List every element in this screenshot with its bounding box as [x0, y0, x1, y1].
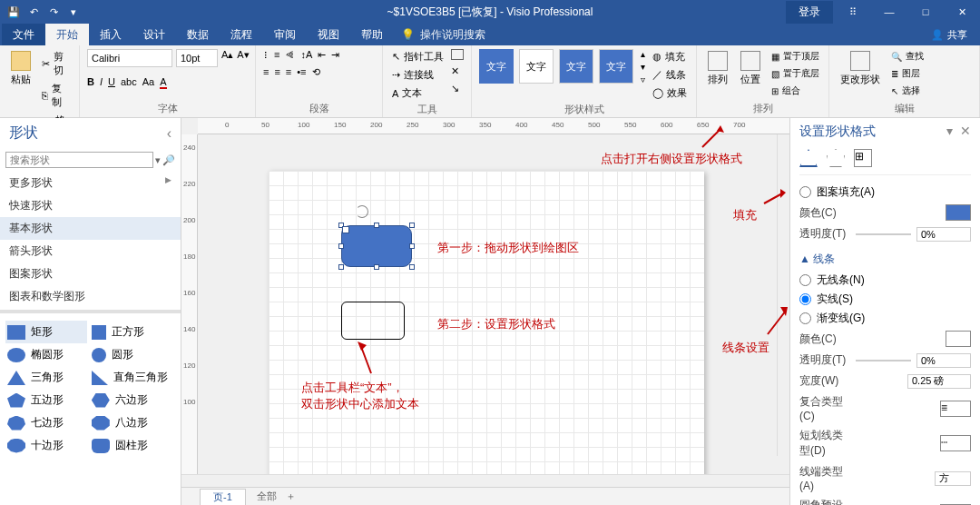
solid-line-radio[interactable]: 实线(S) — [799, 290, 971, 309]
strike-button[interactable]: abc — [121, 76, 137, 89]
position-button[interactable]: 位置 — [737, 49, 764, 88]
fill-button[interactable]: ◍填充 — [651, 49, 689, 64]
scrollbar-vertical[interactable] — [777, 134, 789, 456]
ribbon-options-icon[interactable]: ⠿ — [835, 0, 871, 24]
page-paper[interactable]: 第一步：拖动形状到绘图区 第二步：设置形状格式 点击工具栏“文本”， 双击形状中… — [269, 171, 704, 474]
shape-octagon[interactable]: 八边形 — [90, 411, 172, 434]
cap-type-dropdown[interactable] — [935, 471, 971, 486]
font-size-select[interactable] — [176, 49, 218, 67]
tab-home[interactable]: 开始 — [45, 24, 89, 45]
fill-line-tab-icon[interactable] — [799, 149, 818, 167]
fill-color-swatch[interactable] — [946, 204, 971, 221]
send-back-button[interactable]: ▧置于底层 — [769, 66, 821, 81]
line-color-swatch[interactable] — [946, 331, 971, 347]
drawing-surface[interactable]: 第一步：拖动形状到绘图区 第二步：设置形状格式 点击工具栏“文本”， 双击形状中… — [198, 134, 789, 474]
bullets-icon[interactable]: •≡ — [297, 66, 306, 78]
indent-inc-icon[interactable]: ⇥ — [331, 49, 339, 61]
find-button[interactable]: 🔍查找 — [889, 49, 926, 64]
pattern-fill-radio[interactable]: 图案填充(A) — [799, 183, 971, 202]
rotate-text-icon[interactable]: ⟲ — [312, 66, 320, 78]
tab-review[interactable]: 审阅 — [263, 24, 307, 45]
transparency-input[interactable] — [916, 227, 971, 242]
cat-pattern-shapes[interactable]: 图案形状 — [0, 262, 181, 285]
tab-data[interactable]: 数据 — [176, 24, 220, 45]
selected-shape[interactable] — [341, 225, 412, 267]
shape-square[interactable]: 正方形 — [90, 321, 172, 343]
shape-ellipse[interactable]: 椭圆形 — [5, 343, 87, 366]
dash-type-dropdown[interactable]: ┄ — [940, 435, 971, 451]
freeform-tool-icon[interactable]: ✕ — [451, 65, 464, 77]
align-top-icon[interactable]: ⫶ — [263, 49, 269, 61]
minimize-button[interactable]: — — [871, 0, 907, 24]
shape-right-triangle[interactable]: 直角三角形 — [90, 366, 172, 389]
copy-button[interactable]: ⎘复制 — [40, 81, 72, 110]
underline-button[interactable]: U — [108, 76, 115, 89]
share-button[interactable]: 👤 共享 — [918, 24, 980, 45]
italic-button[interactable]: I — [100, 76, 103, 89]
page-tab-1[interactable]: 页-1 — [200, 489, 246, 505]
align-bottom-icon[interactable]: ⫷ — [285, 49, 295, 61]
rectangle-shape[interactable] — [341, 302, 405, 340]
maximize-button[interactable]: □ — [907, 0, 944, 24]
shape-cylinder[interactable]: 圆柱形 — [90, 434, 172, 457]
tab-process[interactable]: 流程 — [220, 24, 263, 45]
login-button[interactable]: 登录 — [786, 1, 833, 24]
cut-button[interactable]: ✂剪切 — [40, 49, 72, 78]
save-icon[interactable]: 💾 — [7, 5, 20, 18]
align-center-icon[interactable]: ≡ — [274, 66, 279, 78]
cat-more-shapes[interactable]: 更多形状▶ — [0, 172, 181, 194]
all-pages-button[interactable]: 全部 — [257, 490, 277, 503]
connector-tool-button[interactable]: ⇢连接线 — [390, 67, 446, 83]
select-button[interactable]: ↖选择 — [889, 84, 926, 98]
line-button[interactable]: ／线条 — [651, 67, 689, 83]
text-tool-button[interactable]: A文本 — [390, 85, 446, 101]
shape-rectangle[interactable]: 矩形 — [5, 321, 87, 343]
text-direction-icon[interactable]: ↕A — [300, 49, 312, 61]
search-dropdown-icon[interactable]: ▾ — [155, 154, 161, 166]
tools-launcher-icon[interactable]: ↘ — [451, 83, 464, 94]
style-preset-3[interactable]: 文字 — [559, 49, 593, 84]
tab-view[interactable]: 视图 — [307, 24, 350, 45]
align-right-icon[interactable]: ≡ — [286, 66, 291, 78]
shapes-pane-collapse-icon[interactable]: ‹ — [167, 125, 172, 142]
style-preset-2[interactable]: 文字 — [519, 49, 554, 84]
style-gallery-more-icon[interactable]: ▿ — [641, 74, 645, 84]
search-shapes-input[interactable] — [5, 152, 153, 168]
align-left-icon[interactable]: ≡ — [263, 66, 269, 78]
shape-circle[interactable]: 圆形 — [90, 343, 172, 366]
undo-icon[interactable]: ↶ — [27, 5, 40, 18]
tab-file[interactable]: 文件 — [2, 24, 45, 45]
effects-tab-icon[interactable] — [827, 149, 845, 167]
search-icon[interactable]: 🔎 — [162, 154, 175, 166]
line-width-input[interactable] — [907, 374, 971, 389]
tab-design[interactable]: 设计 — [132, 24, 176, 45]
rotation-handle-icon[interactable] — [356, 205, 368, 218]
add-page-icon[interactable]: ＋ — [286, 490, 296, 503]
line-transparency-slider[interactable] — [856, 360, 911, 361]
font-color-button[interactable]: A — [160, 76, 166, 89]
style-gallery-down-icon[interactable]: ▾ — [641, 62, 645, 72]
pointer-tool-button[interactable]: ↖指针工具 — [390, 49, 446, 64]
scrollbar-horizontal[interactable] — [181, 474, 789, 487]
pane-close-icon[interactable]: ✕ — [960, 124, 971, 138]
cat-arrow-shapes[interactable]: 箭头形状 — [0, 240, 181, 262]
no-line-radio[interactable]: 无线条(N) — [799, 271, 971, 290]
bring-front-button[interactable]: ▦置于顶层 — [769, 49, 821, 64]
align-button[interactable]: 排列 — [704, 49, 731, 88]
tab-help[interactable]: 帮助 — [350, 24, 394, 45]
transparency-slider[interactable] — [856, 233, 911, 235]
align-middle-icon[interactable]: ≡ — [274, 49, 279, 61]
font-name-select[interactable] — [87, 49, 172, 67]
line-transparency-input[interactable] — [916, 353, 971, 368]
redo-icon[interactable]: ↷ — [47, 5, 60, 18]
shrink-font-icon[interactable]: A▾ — [237, 49, 249, 67]
cat-math-shapes[interactable]: 图表和数学图形 — [0, 285, 181, 308]
group-button[interactable]: ⊞组合 — [769, 84, 821, 98]
tab-insert[interactable]: 插入 — [89, 24, 132, 45]
paste-button[interactable]: 粘贴 — [7, 49, 34, 88]
tell-me-search[interactable]: 💡 操作说明搜索 — [401, 24, 485, 45]
shape-hexagon[interactable]: 六边形 — [90, 389, 172, 411]
compound-type-dropdown[interactable]: ≡ — [940, 401, 971, 417]
layer-button[interactable]: ≣图层 — [889, 66, 926, 81]
gradient-line-radio[interactable]: 渐变线(G) — [799, 309, 971, 328]
